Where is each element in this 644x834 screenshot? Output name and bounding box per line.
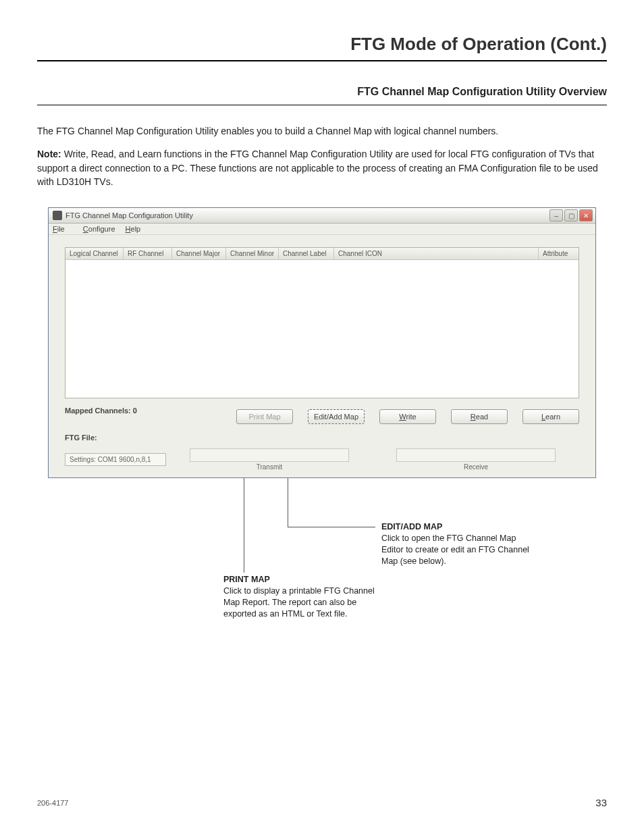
grid-header: Logical Channel RF Channel Channel Major… [65, 248, 579, 260]
callout-line-edit-h [288, 527, 375, 527]
paragraph-intro: The FTG Channel Map Configuration Utilit… [37, 124, 607, 138]
mapped-channels-label: Mapped Channels: 0 [65, 407, 137, 415]
minimize-button[interactable]: – [549, 209, 563, 221]
col-rf[interactable]: RF Channel [124, 248, 172, 259]
col-attribute[interactable]: Attribute [538, 248, 579, 259]
receive-progress [396, 448, 556, 462]
col-logical[interactable]: Logical Channel [65, 248, 124, 259]
titlebar: FTG Channel Map Configuration Utility – … [49, 208, 595, 224]
callout-line-print-v [244, 478, 244, 573]
callout-edit: EDIT/ADD MAP Click to open the FTG Chann… [381, 521, 537, 567]
ftg-file-label: FTG File: [65, 434, 579, 442]
menubar: File Configure Help [49, 224, 595, 235]
col-minor[interactable]: Channel Minor [226, 248, 279, 259]
settings-box: Settings: COM1 9600,n,8,1 [65, 453, 166, 466]
app-icon [53, 211, 62, 220]
page-title: FTG Mode of Operation (Cont.) [37, 34, 607, 55]
callout-print-title: PRINT MAP [223, 575, 270, 584]
menu-help[interactable]: Help [126, 225, 141, 233]
receive-label: Receive [464, 463, 488, 471]
col-major[interactable]: Channel Major [172, 248, 226, 259]
callout-print-body: Click to display a printable FTG Channel… [223, 586, 375, 619]
app-window: FTG Channel Map Configuration Utility – … [48, 207, 596, 478]
rule-thin [37, 105, 607, 105]
callout-print: PRINT MAP Click to display a printable F… [223, 574, 385, 620]
transmit-progress [190, 448, 349, 462]
maximize-button[interactable]: ▢ [564, 209, 578, 221]
print-map-button[interactable]: Print Map [236, 409, 293, 424]
rule-thick [37, 60, 607, 61]
channel-grid[interactable]: Logical Channel RF Channel Channel Major… [65, 247, 579, 398]
menu-file[interactable]: File [53, 225, 73, 233]
footer-doc-number: 206-4177 [37, 799, 69, 807]
edit-add-map-button[interactable]: Edit/Add Map [308, 409, 365, 424]
client-area: Logical Channel RF Channel Channel Major… [49, 235, 595, 477]
callout-edit-body: Click to open the FTG Channel Map Editor… [381, 533, 529, 566]
paragraph-note: Note: Write, Read, and Learn functions i… [37, 147, 607, 188]
col-label[interactable]: Channel Label [279, 248, 334, 259]
write-button[interactable]: Write [379, 409, 436, 424]
learn-button[interactable]: Learn [522, 409, 579, 424]
close-button[interactable]: ✕ [579, 209, 593, 221]
window-title: FTG Channel Map Configuration Utility [65, 211, 193, 219]
callout-line-edit-v [288, 478, 288, 527]
note-body: Write, Read, and Learn functions in the … [37, 149, 598, 187]
section-title: FTG Channel Map Configuration Utility Ov… [37, 86, 607, 98]
read-button[interactable]: Read [451, 409, 508, 424]
menu-configure[interactable]: Configure [83, 225, 115, 233]
transmit-label: Transmit [257, 463, 283, 471]
note-label: Note: [37, 149, 61, 159]
footer-page-number: 33 [595, 797, 607, 808]
callout-edit-title: EDIT/ADD MAP [381, 522, 442, 531]
